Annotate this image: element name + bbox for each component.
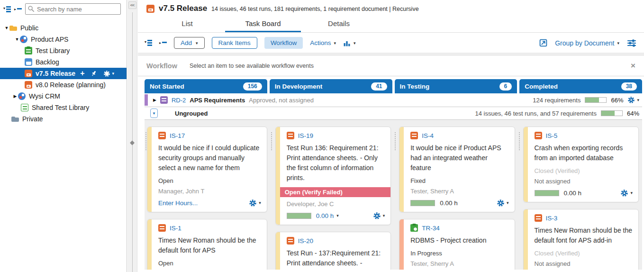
- card-is-1[interactable]: IS-1 Times New Roman should be the defau…: [147, 219, 267, 270]
- board-column-headers: Not Started 156 In Development 41 In Tes…: [145, 79, 642, 93]
- group-row-rd-2[interactable]: ▶ RD-2 APS Requirements Approved, not as…: [145, 93, 642, 107]
- count-badge: 156: [243, 82, 262, 91]
- sidebar-splitter[interactable]: <<: [127, 0, 137, 272]
- project-tree-sidebar: ▾ ▸ ▼ Public ▼ Product APS Test Library …: [0, 0, 127, 272]
- artifact-id-link[interactable]: IS-3: [546, 215, 558, 222]
- artifact-id-link[interactable]: IS-17: [170, 132, 185, 139]
- bar-chart-icon: [343, 39, 351, 47]
- board-settings-icon[interactable]: [627, 39, 636, 47]
- tab-task-board[interactable]: Task Board: [225, 16, 301, 32]
- caret-down-icon: ▾: [336, 213, 339, 218]
- card-status: In Progress: [410, 250, 508, 257]
- board-column-not-started: IS-17 It would be nice if I could duplic…: [145, 120, 271, 270]
- sidebar-item-v7-5-release[interactable]: v7.5 Release + ▾: [0, 68, 127, 79]
- page-subtitle: 14 issues, 46 test runs, 181 requirement…: [211, 6, 419, 12]
- count-badge: 38: [621, 82, 637, 91]
- issue-icon: [158, 224, 166, 232]
- artifact-id-link[interactable]: IS-19: [298, 132, 313, 139]
- pin-icon[interactable]: [91, 70, 97, 77]
- card-assignee: Developer, Joe C: [287, 200, 385, 208]
- release-icon: [146, 5, 154, 13]
- sidebar-item-shared-test-library[interactable]: Shared Test Library: [0, 102, 127, 113]
- tab-details[interactable]: Details: [301, 16, 377, 32]
- sidebar-collapse-button[interactable]: <<: [128, 1, 136, 9]
- collapsed-arrow-icon[interactable]: ▶: [153, 98, 156, 102]
- card-is-19[interactable]: IS-19 Test Run 136: Requirement 21: Prin…: [275, 127, 391, 225]
- column-header-completed: Completed 38: [519, 79, 642, 93]
- card-is-4[interactable]: IS-4 It would be nice if Product APS had…: [399, 127, 515, 212]
- release-settings-menu[interactable]: ▾: [103, 70, 114, 77]
- card-settings-menu[interactable]: ▾: [373, 212, 385, 220]
- board-toolbar: ▾ ▸ Add ▾ Rank Items Workflow Actions ▾ …: [138, 33, 644, 53]
- group-by-menu[interactable]: Group by Document ▾: [555, 39, 619, 47]
- caret-down-icon: ▾: [617, 41, 619, 45]
- card-tr-34[interactable]: TR-34 RDBMS - Project creation In Progre…: [399, 219, 515, 270]
- card-status: Closed (Verified): [535, 167, 633, 174]
- divider-strip: [138, 53, 644, 56]
- tab-list[interactable]: List: [149, 16, 225, 32]
- card-is-20[interactable]: IS-20 Test Run - 137:Requirement 21: Pri…: [275, 232, 391, 270]
- expanded-arrow-icon[interactable]: ▼: [4, 26, 9, 30]
- artifact-id-link[interactable]: IS-20: [298, 237, 313, 245]
- workflow-panel-title: Workflow: [146, 62, 177, 70]
- card-assignee: Manager, John T: [158, 188, 261, 195]
- collapsed-arrow-icon[interactable]: ▶: [12, 94, 18, 99]
- group-row-ungrouped[interactable]: ▼ Ungrouped 14 issues, 46 test runs, and…: [145, 107, 642, 120]
- collapse-all-icon[interactable]: ▸: [14, 7, 22, 11]
- card-settings-menu[interactable]: ▾: [249, 199, 261, 207]
- add-icon[interactable]: +: [80, 70, 84, 77]
- caret-down-icon: ▾: [259, 200, 261, 205]
- caret-down-icon: ▾: [637, 98, 639, 102]
- artifact-id-link[interactable]: IS-5: [546, 132, 558, 139]
- card-assignee: Not assigned: [535, 178, 633, 185]
- workflow-button[interactable]: Workflow: [264, 37, 303, 49]
- gear-icon: [627, 96, 635, 104]
- progress-bar: [287, 213, 311, 219]
- group-settings-menu[interactable]: ▾: [627, 96, 639, 104]
- sidebar-item-backlog[interactable]: Backlog: [0, 56, 127, 68]
- issue-icon: [535, 132, 542, 139]
- gear-icon: [249, 199, 257, 207]
- artifact-id-link[interactable]: IS-1: [170, 225, 181, 232]
- sidebar-item-public[interactable]: ▼ Public: [0, 22, 127, 34]
- sidebar-item-product-aps[interactable]: ▼ Product APS: [0, 34, 127, 45]
- card-title: It would be nice if Product APS had an i…: [410, 143, 508, 173]
- hours-link[interactable]: 0.00 h: [316, 212, 334, 219]
- artifact-id-link[interactable]: IS-4: [422, 132, 434, 139]
- card-is-17[interactable]: IS-17 It would be nice if I could duplic…: [147, 127, 267, 212]
- rank-items-button[interactable]: Rank Items: [212, 37, 257, 49]
- close-icon[interactable]: ×: [631, 61, 635, 71]
- artifact-id-link[interactable]: TR-34: [422, 225, 440, 232]
- expand-toggle[interactable]: ▼: [150, 109, 158, 118]
- card-settings-menu[interactable]: ▾: [620, 189, 633, 197]
- expanded-arrow-icon[interactable]: ▼: [14, 37, 20, 42]
- add-button[interactable]: Add ▾: [174, 37, 205, 49]
- release-icon: [25, 81, 32, 89]
- actions-menu[interactable]: Actions ▾: [310, 39, 336, 46]
- search-icon: [27, 5, 35, 12]
- sidebar-item-private[interactable]: Private: [0, 113, 127, 125]
- caret-down-icon: ▾: [383, 213, 385, 218]
- sidebar-item-v8-0-release[interactable]: v8.0 Release (planning): [0, 79, 127, 91]
- card-is-3[interactable]: IS-3 Times New Roman should be the defau…: [523, 209, 639, 270]
- card-status: Open: [158, 177, 261, 184]
- backlog-icon: [25, 58, 32, 66]
- artifact-id-link[interactable]: RD-2: [172, 97, 186, 104]
- card-settings-menu[interactable]: ▾: [497, 199, 509, 207]
- sidebar-item-test-library[interactable]: Test Library: [0, 45, 127, 56]
- splitter-drag-handle[interactable]: [130, 141, 135, 145]
- chart-menu[interactable]: ▾: [343, 39, 356, 47]
- card-assignee: Not assigned: [535, 260, 633, 267]
- collapse-all-icon[interactable]: ▸: [159, 41, 167, 45]
- sidebar-item-wysi-crm[interactable]: ▶ Wysi CRM: [0, 91, 127, 102]
- popout-icon[interactable]: [539, 39, 547, 47]
- search-input[interactable]: [25, 3, 121, 15]
- issue-icon: [410, 132, 418, 139]
- card-status: Open: [158, 260, 261, 267]
- enter-hours-link[interactable]: Enter Hours...: [158, 199, 198, 207]
- expand-all-icon[interactable]: ▾: [3, 6, 11, 12]
- progress-bar: [585, 97, 607, 103]
- expand-all-icon[interactable]: ▾: [145, 40, 152, 46]
- card-is-5[interactable]: IS-5 Crash when exporting records from a…: [523, 127, 639, 202]
- page-title: v7.5 Release: [159, 4, 207, 13]
